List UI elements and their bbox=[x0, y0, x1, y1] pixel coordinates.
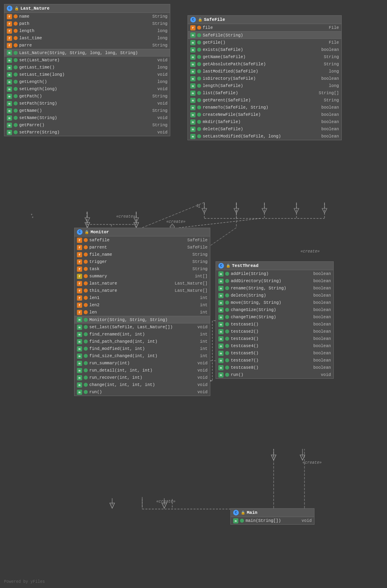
ft-len2: int bbox=[200, 303, 208, 307]
mi-main: m bbox=[233, 518, 238, 523]
field-label-length: length bbox=[19, 28, 156, 33]
svg-marker-48 bbox=[300, 455, 305, 460]
ml-rs: run_summary(int) bbox=[89, 361, 196, 366]
method-length-sf: m length(SafeFile) long bbox=[188, 82, 341, 89]
ft-summary: int[] bbox=[195, 274, 208, 279]
class-header-safefile: C 🔒 SafeFile bbox=[188, 16, 341, 24]
svg-marker-13 bbox=[85, 218, 90, 222]
asterisk-label: * bbox=[30, 214, 33, 218]
method-testcase3: m testcase3() boolean bbox=[216, 335, 333, 342]
mt-tc2: boolean bbox=[313, 329, 331, 334]
mt-setlast: void bbox=[198, 325, 208, 329]
mt-rd: void bbox=[198, 368, 208, 373]
ml-rtt: run() bbox=[231, 372, 319, 377]
class-title-monitor: Monitor bbox=[91, 230, 109, 234]
mv-fr bbox=[84, 332, 88, 336]
method-icon-lsf: m bbox=[190, 83, 196, 89]
ml-rn: rename(String, String) bbox=[231, 286, 312, 291]
method-vis-gp bbox=[14, 94, 18, 98]
class-icon-monitor: C bbox=[77, 229, 83, 235]
mt-tc3: boolean bbox=[313, 336, 331, 341]
method-vis-slm bbox=[197, 134, 201, 138]
class-header-main: C 🔒 Main bbox=[231, 509, 314, 517]
method-vis-sl bbox=[14, 87, 18, 91]
fi-trigger: f bbox=[77, 259, 82, 265]
method-label-gl: getLength() bbox=[19, 79, 156, 84]
ml-af: addFile(String) bbox=[231, 271, 312, 276]
mv-tc2 bbox=[225, 329, 229, 333]
ml-ad: addDirectory(String) bbox=[231, 279, 312, 283]
mt-fr: int bbox=[200, 332, 208, 337]
method-type-gpar: String bbox=[324, 98, 339, 103]
mt-ct: boolean bbox=[313, 315, 331, 319]
lock-icon-last-nature: 🔒 bbox=[14, 6, 19, 11]
field-summary: f summary int[] bbox=[75, 273, 210, 280]
vi-safefile bbox=[84, 238, 88, 242]
vis-icon-name bbox=[14, 14, 18, 18]
fi-lnm: f bbox=[77, 281, 82, 286]
method-icon-ex: m bbox=[190, 47, 196, 53]
mv-rr bbox=[84, 376, 88, 380]
mv-rm bbox=[84, 390, 88, 394]
field-type-length: long bbox=[157, 28, 167, 33]
create-label-main1: «create» bbox=[156, 499, 175, 504]
method-vis-gl bbox=[14, 80, 18, 84]
method-type-ex: boolean bbox=[321, 47, 339, 52]
fl-filename: file_name bbox=[89, 252, 191, 257]
mi-tc7: m bbox=[218, 358, 224, 363]
fi-parrent: f bbox=[77, 245, 82, 250]
field-file: f file File bbox=[188, 24, 341, 31]
mt-main: void bbox=[302, 518, 312, 523]
field-icon-last-time: f bbox=[7, 36, 12, 41]
ml-tc1: testcase1() bbox=[231, 322, 312, 327]
method-vis-mk bbox=[197, 120, 201, 124]
mt-rn: boolean bbox=[313, 286, 331, 291]
ml-dtt: delete(String) bbox=[231, 293, 312, 298]
method-icon-gpar: m bbox=[190, 98, 196, 103]
method-vis-gap bbox=[197, 62, 201, 66]
method-testcase7: m testcase7() boolean bbox=[216, 357, 333, 364]
method-icon-gap: m bbox=[190, 62, 196, 67]
ml-tc5: testcase5() bbox=[231, 351, 312, 356]
ml-tc8: testcase8() bbox=[231, 365, 312, 370]
method-main: m main(String[]) void bbox=[231, 517, 314, 524]
method-list: m list(SafeFile) String[] bbox=[188, 89, 341, 97]
svg-marker-46 bbox=[271, 455, 276, 460]
ctor-divider-m: m Monitor(String, String, String) bbox=[75, 316, 210, 323]
method-vis-sp bbox=[14, 101, 18, 105]
mi-ad: m bbox=[218, 279, 224, 284]
ml-ch: change(int, int, int, int) bbox=[89, 382, 196, 387]
diagram-container: «create» * 1 «create» «create» «create» … bbox=[0, 0, 387, 588]
method-label-gf: getFile() bbox=[203, 40, 327, 45]
mt-tc5: boolean bbox=[313, 351, 331, 356]
mi-rd: m bbox=[77, 368, 82, 373]
method-label-mk: mkdir(SafeFile) bbox=[203, 119, 320, 124]
class-icon-safefile: C bbox=[190, 17, 196, 22]
method-type-slt: void bbox=[157, 72, 167, 77]
one-label: 1 bbox=[198, 204, 200, 209]
vi-summary bbox=[84, 274, 88, 278]
mt-rs: void bbox=[198, 361, 208, 366]
field-label-path: path bbox=[19, 21, 151, 26]
ctor-divider-sf: m SafeFile(String) bbox=[188, 31, 341, 39]
method-testcase8: m testcase8() boolean bbox=[216, 364, 333, 371]
ml-fr: find_renamed(int, int) bbox=[89, 332, 198, 337]
class-monitor: C 🔒 Monitor f safefile SafeFile f parren… bbox=[74, 228, 210, 396]
field-vis-file bbox=[197, 26, 201, 30]
mi-rm: m bbox=[77, 390, 82, 395]
method-type-gnsf: String bbox=[324, 55, 339, 59]
lock-icon-safefile: 🔒 bbox=[198, 17, 202, 22]
method-icon-sl: m bbox=[7, 87, 12, 92]
lock-icon-testthread: 🔒 bbox=[226, 263, 230, 268]
method-getpath: m getPath() String bbox=[4, 93, 170, 100]
field-this-nature: f this_nature Last_Nature[] bbox=[75, 287, 210, 294]
method-label-gpa: getParre() bbox=[19, 123, 151, 127]
class-main: C 🔒 Main m main(String[]) void bbox=[230, 508, 314, 525]
fl-lnm: last_nature bbox=[89, 281, 173, 286]
class-safefile: C 🔒 SafeFile f file File m SafeFile(Stri… bbox=[187, 15, 342, 140]
method-setlength: m setLength(long) void bbox=[4, 85, 170, 93]
method-type-cnf: boolean bbox=[321, 112, 339, 117]
mt-af: boolean bbox=[313, 271, 331, 276]
fl-summary: summary bbox=[89, 274, 193, 279]
field-path: f path String bbox=[4, 20, 170, 27]
